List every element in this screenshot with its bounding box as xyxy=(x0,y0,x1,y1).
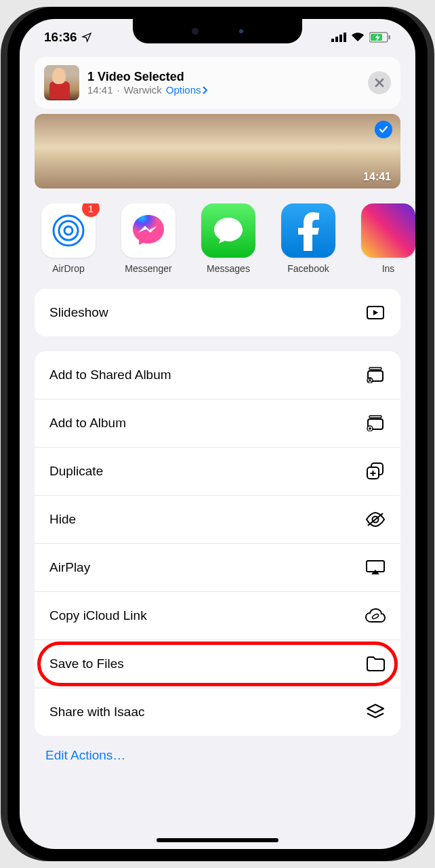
header-thumbnail xyxy=(44,65,79,100)
actions-group-1: Slideshow xyxy=(35,289,400,336)
cellular-icon xyxy=(331,33,346,42)
svg-rect-15 xyxy=(369,416,381,418)
action-share-with-isaac[interactable]: Share with Isaac xyxy=(35,688,400,736)
options-button[interactable]: Options xyxy=(166,84,208,96)
app-facebook[interactable]: Facebook xyxy=(274,203,342,274)
selected-check-icon xyxy=(375,121,392,138)
close-button[interactable] xyxy=(368,71,391,94)
action-airplay[interactable]: AirPlay xyxy=(35,544,400,592)
airdrop-icon xyxy=(49,211,88,250)
app-messenger[interactable]: Messenger xyxy=(115,203,182,274)
svg-rect-1 xyxy=(335,37,338,42)
action-slideshow[interactable]: Slideshow xyxy=(35,289,400,336)
app-messages[interactable]: Messages xyxy=(194,203,262,274)
edit-actions-button[interactable]: Edit Actions… xyxy=(45,748,400,763)
svg-rect-6 xyxy=(389,35,391,39)
share-header: 1 Video Selected 14:41 · Warwick Options xyxy=(35,57,400,108)
svg-point-8 xyxy=(59,221,78,240)
home-indicator[interactable] xyxy=(157,838,278,842)
airdrop-badge: 1 xyxy=(82,203,100,217)
close-icon xyxy=(375,78,384,87)
airplay-icon xyxy=(365,557,386,578)
chevron-right-icon xyxy=(203,86,208,94)
svg-rect-3 xyxy=(344,33,346,42)
folder-icon xyxy=(365,654,386,674)
svg-rect-11 xyxy=(369,368,381,370)
play-icon xyxy=(365,302,386,323)
messages-icon xyxy=(211,215,245,246)
device-frame: 16:36 1 Video Selected 14:41 · Warwick O… xyxy=(7,7,428,861)
svg-rect-0 xyxy=(331,39,334,42)
video-preview[interactable]: 14:41 xyxy=(35,114,400,189)
action-hide[interactable]: Hide xyxy=(35,496,400,544)
app-instagram[interactable]: Ins xyxy=(354,203,415,274)
facebook-icon xyxy=(295,210,322,251)
action-save-to-files[interactable]: Save to Files xyxy=(35,640,400,688)
wifi-icon xyxy=(351,33,365,42)
duplicate-icon xyxy=(365,461,386,481)
action-copy-icloud-link[interactable]: Copy iCloud Link xyxy=(35,592,400,640)
svg-point-22 xyxy=(371,613,379,619)
video-timestamp: 14:41 xyxy=(363,171,391,183)
layers-icon xyxy=(365,702,386,722)
status-time: 16:36 xyxy=(44,30,77,45)
actions-group-2: Add to Shared Album Add to Album Duplica… xyxy=(35,351,400,736)
action-add-album[interactable]: Add to Album xyxy=(35,399,400,448)
svg-rect-2 xyxy=(339,35,342,42)
action-add-shared-album[interactable]: Add to Shared Album xyxy=(35,351,400,399)
location-icon xyxy=(81,32,92,43)
cloud-link-icon xyxy=(365,606,386,626)
header-title: 1 Video Selected xyxy=(87,70,360,84)
messenger-icon xyxy=(129,211,168,250)
notch xyxy=(133,19,302,43)
hide-icon xyxy=(365,509,386,530)
share-apps-row[interactable]: 1 AirDrop Messenger Messages xyxy=(35,203,415,274)
battery-icon xyxy=(369,32,391,43)
svg-point-7 xyxy=(64,226,72,235)
action-duplicate[interactable]: Duplicate xyxy=(35,448,400,496)
add-album-icon xyxy=(365,413,386,433)
shared-album-icon xyxy=(365,365,386,385)
screen: 16:36 1 Video Selected 14:41 · Warwick O… xyxy=(20,19,415,849)
app-airdrop[interactable]: 1 AirDrop xyxy=(35,203,102,274)
header-subtitle: 14:41 · Warwick Options xyxy=(87,84,360,96)
